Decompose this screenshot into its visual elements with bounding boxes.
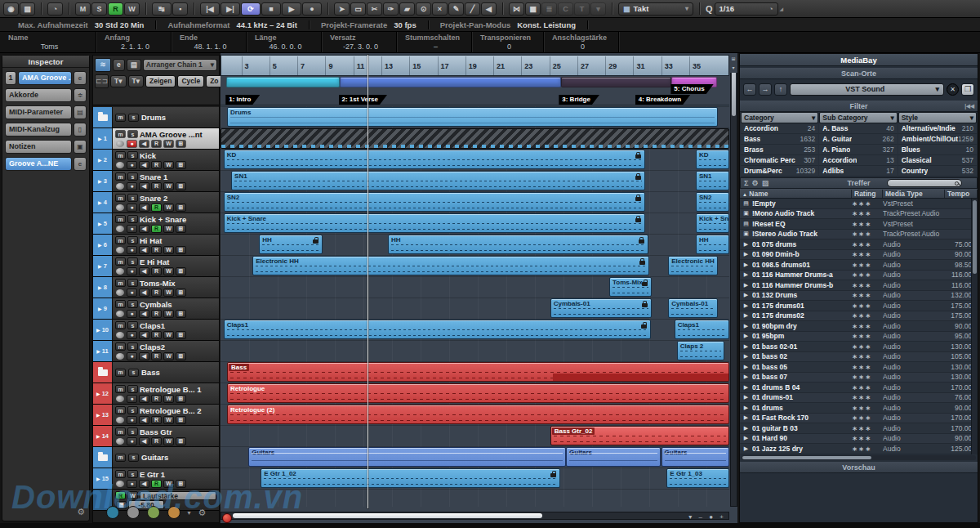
edit-channel-button[interactable]: ⊞ (176, 352, 186, 360)
solo-button[interactable]: s (127, 194, 138, 202)
solo-button[interactable]: s (127, 300, 138, 308)
track-row[interactable]: ▶ 6 m s Hi Hat ● ◀ R W ⊞ (93, 235, 219, 256)
mute-button[interactable]: m (115, 236, 126, 244)
media-result-row[interactable]: ▶ 01 drums B 04 ∗∗∗ Audio 170.000 (740, 383, 978, 393)
media-rating[interactable]: ∗∗∗ (852, 434, 883, 442)
inspector-item-notizen[interactable]: Notizen ▣ (5, 140, 87, 154)
media-rating[interactable]: ∗∗∗ (852, 363, 883, 371)
record-enable-button[interactable]: ● (127, 225, 137, 233)
write-automation-button[interactable]: W (163, 480, 174, 488)
monitor-button[interactable]: ◀ (139, 289, 149, 297)
media-rating[interactable]: ∗∗∗ (852, 352, 883, 360)
play-preview-icon[interactable]: ▶ (740, 394, 752, 400)
media-result-row[interactable]: ▶ 01 098.5 drums01 ∗∗∗ Audio 98.500 (740, 260, 978, 271)
event-kick-snare[interactable]: Kick + Snare (224, 213, 645, 233)
filter-item[interactable]: Brass 253 (741, 145, 818, 155)
filter-column-header[interactable]: Category▾ (741, 112, 818, 123)
glue-tool[interactable]: ✑ (383, 2, 399, 16)
play-preview-icon[interactable]: ▶ (740, 282, 752, 289)
marker-flag[interactable]: 1: Intro (225, 95, 260, 105)
event-sn1[interactable]: SN1 (231, 171, 644, 190)
media-rating[interactable]: ∗∗∗ (852, 445, 883, 453)
event-hh[interactable]: HH (259, 235, 323, 254)
play-preview-icon[interactable]: ▶ (740, 435, 752, 441)
track-row-folder[interactable]: m s Drums (93, 107, 219, 128)
chevron-down-icon[interactable]: ▾ (188, 509, 191, 517)
color-dot-orange[interactable] (167, 506, 180, 519)
read-automation-button[interactable]: R (151, 331, 162, 339)
gear-icon[interactable]: ⚙ (77, 507, 85, 517)
event-retrologue-2-[interactable]: Retrologue (2) (227, 405, 729, 424)
track-row[interactable]: ▶ 4 m s Snare 2 ● ◀ R W ⊞ (93, 192, 219, 213)
column-header-name[interactable]: ▲ Name (740, 190, 852, 198)
track-row-folder[interactable]: m s Guitars (93, 447, 219, 468)
record-enable-button[interactable]: ● (127, 267, 137, 275)
info-field[interactable]: Anschlagstärke 0 (544, 32, 619, 52)
edit-icon[interactable]: ▣ (74, 140, 87, 154)
marker-flag[interactable]: 4: Breakdown (635, 95, 690, 105)
metronome-button[interactable]: ◔ (47, 2, 63, 16)
up-button[interactable]: ↑ (774, 83, 787, 96)
track-row[interactable]: ▶ 5 m s Kick + Snare ● ◀ R W ⊞ (93, 213, 219, 235)
range-selection-tool[interactable]: ▭ (350, 2, 366, 16)
column-header-rating[interactable]: Rating (852, 190, 883, 198)
arranger-chain-dropdown[interactable]: Arranger Chain 1 ▾ (143, 59, 217, 71)
event-retrologue[interactable]: Retrologue (227, 383, 729, 403)
search-input[interactable] (887, 179, 962, 187)
media-rating[interactable]: ∗∗∗ (852, 383, 883, 392)
play-preview-icon[interactable]: ▶ (740, 292, 752, 298)
media-rating[interactable]: ∗∗∗ (852, 250, 883, 258)
write-automation-button[interactable]: W (163, 182, 174, 190)
erase-tool[interactable]: ▰ (399, 2, 415, 16)
event-claps1[interactable]: Claps1 (224, 320, 651, 339)
back-button[interactable]: ← (743, 83, 756, 96)
edit-channel-button[interactable]: ⊞ (176, 182, 186, 190)
read-automation-button[interactable]: R (151, 204, 162, 212)
read-automation-button[interactable]: R (151, 225, 162, 233)
quantize-dropdown[interactable]: 1/16 ◔ (715, 2, 778, 16)
edit-icon[interactable]: e (74, 71, 87, 85)
filter-item[interactable]: Adlibs 17 (819, 166, 897, 177)
event-hh[interactable]: HH (696, 235, 729, 254)
inspector-item-akkorde[interactable]: Akkorde ≑ (5, 88, 87, 102)
forward-button[interactable]: → (759, 83, 772, 96)
arranger-part-bridge[interactable] (561, 77, 671, 87)
edit-channel-button[interactable]: ⊞ (176, 289, 186, 297)
media-rating[interactable]: ∗∗∗ (852, 271, 883, 279)
media-rating[interactable]: ∗∗∗ (852, 302, 883, 310)
filter-item[interactable]: Blues 10 (898, 145, 977, 155)
filter-item[interactable]: Accordion 24 (741, 123, 818, 134)
zoom-tool[interactable]: ⊙ (416, 2, 431, 16)
monitor-button[interactable]: ◀ (139, 437, 149, 445)
filter-item[interactable]: Classical 537 (898, 155, 977, 166)
info-field[interactable]: Transponieren 0 (472, 32, 544, 52)
event-e-gtr-1-03[interactable]: E Gtr 1_03 (666, 468, 729, 488)
mute-button[interactable]: m (115, 406, 126, 414)
snap-menu-button[interactable]: ▾ (590, 2, 606, 16)
folder-icon[interactable]: ❒ (961, 83, 974, 96)
media-result-row[interactable]: ▶ 01 Jazz 125 dry ∗∗∗ Audio 125.000 (740, 444, 978, 454)
solo-button[interactable]: s (127, 470, 138, 478)
play-preview-icon[interactable]: ▶ (740, 271, 752, 278)
solo-button[interactable]: s (127, 321, 138, 329)
snap-grid-button[interactable]: ≣ (541, 2, 557, 16)
edit-channel-button[interactable]: ⊞ (176, 246, 186, 254)
track-row[interactable]: ▶ 1 m s AMA Groove ...nt ● ◀ R W ⊞ (93, 128, 219, 150)
media-result-row[interactable]: ▶ 01 drums-01 ∗∗∗ Audio 76.000 (740, 393, 978, 404)
record-enable-button[interactable]: ● (127, 416, 137, 424)
filter-item[interactable]: A. Piano 327 (819, 145, 897, 155)
media-result-row[interactable]: ▶ 01 075 drums ∗∗∗ Audio 75.000 (740, 239, 978, 250)
play-preview-icon[interactable]: ▶ (740, 364, 752, 370)
media-result-row[interactable]: ▶ 01 132 Drums ∗∗∗ Audio 132.000 (740, 291, 978, 302)
go-to-end-button[interactable]: ▶| (220, 2, 240, 16)
filter-column-header[interactable]: Style▾ (898, 112, 977, 123)
inspector-item-track[interactable]: 1 AMA Groove ...nt e (5, 71, 87, 85)
mute-button[interactable]: m (115, 279, 126, 287)
read-automation-button[interactable]: R (151, 352, 162, 360)
color-dot-green[interactable] (147, 506, 160, 519)
arranger-part-intro[interactable] (226, 77, 339, 87)
media-result-row[interactable]: ▶ 01 bass 02-01 ∗∗∗ Audio 130.000 (740, 342, 978, 352)
mute-button[interactable]: m (115, 215, 126, 223)
monitor-button[interactable]: ◀ (139, 395, 149, 403)
mute-button[interactable]: m (115, 385, 126, 393)
